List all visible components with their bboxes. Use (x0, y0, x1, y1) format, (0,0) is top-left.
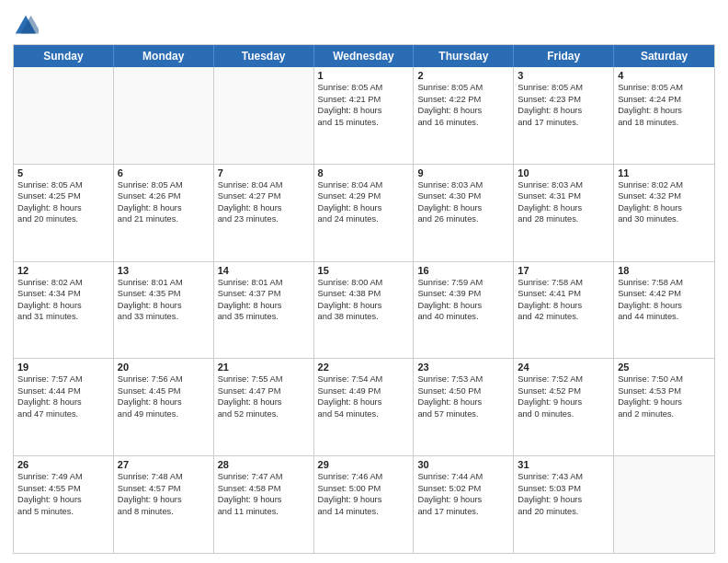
cell-info-line: Daylight: 8 hours (318, 396, 410, 408)
cell-info-line: Daylight: 9 hours (518, 396, 609, 408)
table-row: 16Sunrise: 7:59 AMSunset: 4:39 PMDayligh… (414, 262, 514, 359)
table-row: 14Sunrise: 8:01 AMSunset: 4:37 PMDayligh… (214, 262, 314, 359)
cell-info-line: Daylight: 9 hours (417, 494, 509, 506)
table-row: 11Sunrise: 8:02 AMSunset: 4:32 PMDayligh… (614, 165, 714, 261)
cell-info-line: Sunset: 4:39 PM (417, 288, 509, 300)
cell-info-line: Sunrise: 7:59 AM (417, 277, 509, 289)
day-number: 22 (318, 362, 410, 373)
table-row: 27Sunrise: 7:48 AMSunset: 4:57 PMDayligh… (114, 456, 214, 553)
day-number: 21 (218, 362, 310, 373)
cell-info-line: Sunrise: 7:49 AM (17, 471, 109, 483)
cell-info-line: and 21 minutes. (118, 213, 210, 225)
cell-info-line: Sunrise: 8:05 AM (118, 179, 210, 191)
table-row: 26Sunrise: 7:49 AMSunset: 4:55 PMDayligh… (14, 456, 114, 553)
cell-info-line: and 30 minutes. (618, 213, 711, 225)
cell-info-line: and 15 minutes. (318, 117, 410, 129)
header-cell-tuesday: Tuesday (214, 45, 314, 67)
cell-info-line: and 14 minutes. (318, 506, 410, 518)
table-row: 2Sunrise: 8:05 AMSunset: 4:22 PMDaylight… (414, 67, 514, 164)
cell-info-line: Daylight: 8 hours (218, 300, 310, 312)
cell-info-line: Daylight: 8 hours (417, 396, 509, 408)
cell-info-line: Sunset: 4:23 PM (518, 94, 609, 106)
cell-info-line: and 33 minutes. (118, 311, 210, 323)
cell-info-line: Sunset: 4:31 PM (518, 190, 609, 202)
header-cell-friday: Friday (514, 45, 614, 67)
table-row: 19Sunrise: 7:57 AMSunset: 4:44 PMDayligh… (14, 359, 114, 455)
cell-info-line: and 35 minutes. (218, 311, 310, 323)
day-number: 25 (618, 362, 711, 373)
table-row: 18Sunrise: 7:58 AMSunset: 4:42 PMDayligh… (614, 262, 714, 359)
header-cell-saturday: Saturday (614, 45, 714, 67)
cell-info-line: Sunset: 5:00 PM (318, 483, 410, 495)
logo-icon (13, 13, 39, 39)
cell-info-line: and 57 minutes. (417, 408, 509, 420)
cell-info-line: Daylight: 8 hours (417, 202, 509, 214)
cell-info-line: Sunset: 4:55 PM (17, 483, 109, 495)
cell-info-line: Daylight: 8 hours (17, 300, 109, 312)
cell-info-line: Sunrise: 8:04 AM (218, 179, 310, 191)
table-row: 9Sunrise: 8:03 AMSunset: 4:30 PMDaylight… (414, 165, 514, 261)
cell-info-line: Sunrise: 8:04 AM (318, 179, 410, 191)
cell-info-line: and 17 minutes. (417, 506, 509, 518)
cell-info-line: Sunrise: 7:47 AM (218, 471, 310, 483)
cell-info-line: Sunrise: 7:46 AM (318, 471, 410, 483)
table-row: 30Sunrise: 7:44 AMSunset: 5:02 PMDayligh… (414, 456, 514, 553)
cell-info-line: and 42 minutes. (518, 311, 609, 323)
cell-info-line: Sunset: 4:58 PM (218, 483, 310, 495)
cell-info-line: Sunrise: 8:05 AM (318, 82, 410, 94)
cell-info-line: Sunrise: 7:55 AM (218, 373, 310, 385)
cell-info-line: and 31 minutes. (17, 311, 109, 323)
cell-info-line: Sunset: 4:45 PM (118, 385, 210, 397)
day-number: 9 (417, 167, 509, 178)
cell-info-line: and 47 minutes. (17, 408, 109, 420)
table-row: 8Sunrise: 8:04 AMSunset: 4:29 PMDaylight… (314, 165, 415, 261)
cell-info-line: Daylight: 8 hours (417, 105, 509, 117)
cell-info-line: Daylight: 8 hours (518, 300, 609, 312)
cell-info-line: Daylight: 8 hours (518, 105, 609, 117)
cell-info-line: Sunset: 4:32 PM (618, 190, 711, 202)
cell-info-line: and 18 minutes. (618, 117, 711, 129)
cell-info-line: Sunset: 4:38 PM (318, 288, 410, 300)
cell-info-line: and 0 minutes. (518, 408, 609, 420)
cell-info-line: Sunrise: 7:58 AM (618, 277, 711, 289)
table-row: 22Sunrise: 7:54 AMSunset: 4:49 PMDayligh… (314, 359, 415, 455)
cell-info-line: Daylight: 8 hours (318, 300, 410, 312)
calendar-week-1: 1Sunrise: 8:05 AMSunset: 4:21 PMDaylight… (14, 67, 714, 164)
cell-info-line: Sunrise: 8:02 AM (618, 179, 711, 191)
cell-info-line: Sunset: 4:44 PM (17, 385, 109, 397)
table-row: 4Sunrise: 8:05 AMSunset: 4:24 PMDaylight… (614, 67, 714, 164)
cell-info-line: Sunrise: 8:05 AM (518, 82, 609, 94)
cell-info-line: Daylight: 8 hours (218, 202, 310, 214)
cell-info-line: Daylight: 8 hours (17, 202, 109, 214)
cell-info-line: Sunset: 4:35 PM (118, 288, 210, 300)
day-number: 27 (118, 459, 210, 470)
table-row: 20Sunrise: 7:56 AMSunset: 4:45 PMDayligh… (114, 359, 214, 455)
cell-info-line: Sunset: 4:52 PM (518, 385, 609, 397)
cell-info-line: Sunrise: 8:05 AM (618, 82, 711, 94)
cell-info-line: Sunset: 4:25 PM (17, 190, 109, 202)
table-row: 3Sunrise: 8:05 AMSunset: 4:23 PMDaylight… (514, 67, 614, 164)
cell-info-line: and 23 minutes. (218, 213, 310, 225)
header-cell-monday: Monday (114, 45, 214, 67)
day-number: 26 (17, 459, 109, 470)
cell-info-line: and 49 minutes. (118, 408, 210, 420)
table-row: 13Sunrise: 8:01 AMSunset: 4:35 PMDayligh… (114, 262, 214, 359)
cell-info-line: and 26 minutes. (417, 213, 509, 225)
cell-info-line: Sunrise: 8:01 AM (218, 277, 310, 289)
cell-info-line: Daylight: 8 hours (318, 105, 410, 117)
day-number: 17 (518, 265, 609, 276)
table-row (114, 67, 214, 164)
table-row: 1Sunrise: 8:05 AMSunset: 4:21 PMDaylight… (314, 67, 415, 164)
cell-info-line: and 44 minutes. (618, 311, 711, 323)
cell-info-line: Sunset: 4:47 PM (218, 385, 310, 397)
cell-info-line: and 40 minutes. (417, 311, 509, 323)
calendar-header-row: SundayMondayTuesdayWednesdayThursdayFrid… (14, 45, 714, 67)
cell-info-line: Daylight: 8 hours (118, 202, 210, 214)
cell-info-line: Sunrise: 7:48 AM (118, 471, 210, 483)
calendar: SundayMondayTuesdayWednesdayThursdayFrid… (13, 44, 715, 554)
table-row (14, 67, 114, 164)
table-row: 6Sunrise: 8:05 AMSunset: 4:26 PMDaylight… (114, 165, 214, 261)
cell-info-line: Daylight: 9 hours (618, 396, 711, 408)
day-number: 12 (17, 265, 109, 276)
table-row: 31Sunrise: 7:43 AMSunset: 5:03 PMDayligh… (514, 456, 614, 553)
